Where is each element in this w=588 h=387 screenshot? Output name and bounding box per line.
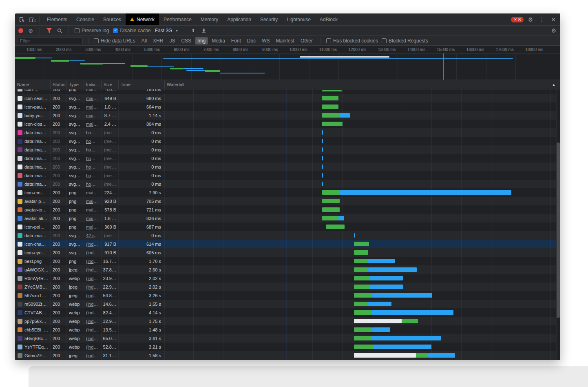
initiator-link[interactable]: (index): [86, 336, 99, 341]
initiator-link[interactable]: (index): [86, 259, 99, 264]
error-badge[interactable]: ✕ 8: [511, 17, 524, 22]
sort-ascending-icon[interactable]: ▲: [552, 83, 555, 87]
table-row[interactable]: ZYcCMB…200jpeg(index)22.9…2.02 s: [15, 282, 560, 291]
table-row[interactable]: uAWQGX…200jpeg(index)37.8…2.60 s: [15, 265, 560, 274]
table-row[interactable]: YsYTFEq_…200webp(index)52.8…3.21 s: [15, 343, 560, 351]
more-options-icon[interactable]: ⋮: [537, 15, 546, 24]
table-row[interactable]: data:ima…200svg…42.st…(me…0 ms: [15, 231, 560, 240]
filter-type-media[interactable]: Media: [209, 37, 228, 44]
initiator-link[interactable]: (index): [86, 310, 99, 315]
table-row[interactable]: data:ima…200svg…hom…(me…0 ms: [15, 128, 560, 137]
filter-type-js[interactable]: JS: [167, 37, 177, 44]
import-har-icon[interactable]: [190, 27, 197, 34]
column-header-status[interactable]: Status: [51, 80, 67, 89]
filter-type-xhr[interactable]: XHR: [150, 37, 166, 44]
initiator-link[interactable]: main…: [86, 199, 99, 204]
table-row[interactable]: icon-poi…200pngmain…360 B687 ms: [15, 222, 560, 231]
tab-sources[interactable]: Sources: [99, 13, 126, 25]
search-icon[interactable]: [56, 27, 63, 34]
table-row[interactable]: CTVFABF…200webp(index)82.4…4.14 s: [15, 308, 560, 317]
column-header-size[interactable]: Size: [102, 80, 119, 89]
table-row[interactable]: best.png200png(index)16.7…1.70 s: [15, 257, 560, 265]
table-row[interactable]: m5090Zt…200webp(index)14.6…1.55 s: [15, 300, 560, 308]
column-header-type[interactable]: Type: [67, 80, 84, 89]
table-row[interactable]: 5BvqBBc…200webp(index)65.0…3.61 s: [15, 334, 560, 343]
initiator-link[interactable]: (index): [86, 293, 99, 298]
initiator-link[interactable]: main…: [86, 216, 99, 221]
initiator-link[interactable]: main…: [86, 225, 99, 229]
initiator-link[interactable]: hom…: [86, 173, 99, 178]
network-overview[interactable]: 1000 ms2000 ms3000 ms4000 ms5000 ms6000 …: [15, 46, 560, 80]
filter-type-ws[interactable]: WS: [259, 37, 272, 44]
blocked-requests-toggle[interactable]: Blocked Requests: [382, 38, 428, 44]
tab-elements[interactable]: Elements: [42, 13, 72, 25]
table-row[interactable]: data:ima…200svg…hom…(me…0 ms: [15, 137, 560, 145]
initiator-link[interactable]: hom…: [86, 139, 99, 144]
initiator-link[interactable]: hom…: [86, 182, 99, 187]
initiator-link[interactable]: main…: [86, 113, 99, 118]
table-row[interactable]: data:ima…200svg…hom…(me…0 ms: [15, 162, 560, 171]
initiator-link[interactable]: (index): [86, 302, 99, 307]
tab-performance[interactable]: Performance: [159, 13, 196, 25]
inspect-element-icon[interactable]: [16, 15, 27, 24]
table-row[interactable]: 597sxuT_…200jpeg(index)54.8…3.26 s: [15, 291, 560, 300]
table-row[interactable]: avatar-ali…200pngmain…1.8 …836 ms: [15, 214, 560, 222]
table-row[interactable]: data:ima…200svg…hom…(me…0 ms: [15, 171, 560, 180]
filter-type-css[interactable]: CSS: [179, 37, 194, 44]
vertical-scrollbar[interactable]: [556, 89, 560, 360]
filter-type-other[interactable]: Other: [298, 37, 315, 44]
table-row[interactable]: data:ima…200svg…hom…(me…0 ms: [15, 145, 560, 154]
filter-type-all[interactable]: All: [139, 37, 149, 44]
record-button[interactable]: [18, 28, 23, 33]
filter-input[interactable]: [18, 37, 83, 44]
initiator-link[interactable]: hom…: [86, 156, 99, 161]
filter-funnel-icon[interactable]: [46, 27, 52, 34]
column-header-time[interactable]: Time: [119, 80, 165, 89]
disable-cache-checkbox[interactable]: [113, 28, 118, 33]
initiator-link[interactable]: (index): [86, 327, 99, 332]
table-row[interactable]: chb5EBi_…200webp(index)13.5…1.48 s: [15, 325, 560, 334]
table-row[interactable]: avatar-p…200pngmain…928 B705 ms: [15, 197, 560, 205]
tab-security[interactable]: Security: [256, 13, 282, 25]
table-row[interactable]: icon-pau…200svg…main…1.0 …664 ms: [15, 102, 560, 111]
tab-adblock[interactable]: AdBlock: [315, 13, 342, 25]
column-header-name[interactable]: Name: [15, 80, 51, 89]
table-row[interactable]: icon-sear…200svg…main…649 B680 ms: [15, 94, 560, 102]
initiator-link[interactable]: main…: [86, 190, 99, 195]
initiator-link[interactable]: (index): [86, 242, 99, 247]
preserve-log-checkbox[interactable]: [75, 28, 80, 33]
initiator-link[interactable]: main…: [86, 96, 99, 101]
disable-cache-toggle[interactable]: Disable cache: [113, 28, 150, 33]
table-row[interactable]: baby-yo…200svg…main…8.7 …1.14 s: [15, 111, 560, 120]
clear-icon[interactable]: ⊘: [27, 27, 34, 34]
preserve-log-toggle[interactable]: Preserve log: [75, 28, 109, 33]
hide-data-urls-toggle[interactable]: Hide data URLs: [94, 38, 135, 44]
network-settings-gear-icon[interactable]: ⚙: [550, 27, 557, 34]
initiator-link[interactable]: (index): [86, 353, 99, 358]
initiator-link[interactable]: hom…: [86, 165, 99, 169]
initiator-link[interactable]: main…: [86, 122, 99, 127]
column-header-initiator[interactable]: Initia...: [84, 80, 102, 89]
initiator-link[interactable]: main…: [86, 89, 99, 91]
initiator-link[interactable]: (index): [86, 250, 99, 255]
tab-network[interactable]: Network: [126, 13, 159, 25]
table-row[interactable]: icon-clos…200svg…main…2.4 …804 ms: [15, 120, 560, 128]
throttling-dropdown[interactable]: Fast 3G ▼: [155, 28, 179, 33]
filter-type-font[interactable]: Font: [229, 37, 243, 44]
has-blocked-cookies-checkbox[interactable]: [326, 38, 331, 43]
filter-type-manifest[interactable]: Manifest: [274, 37, 297, 44]
table-row[interactable]: icon-…200pngmain…4.0…768 ms: [15, 89, 560, 94]
export-har-icon[interactable]: [201, 27, 207, 34]
initiator-link[interactable]: (index): [86, 345, 99, 349]
device-toolbar-icon[interactable]: [27, 15, 38, 24]
table-row[interactable]: data:ima…200svg…hom…(me…0 ms: [15, 154, 560, 162]
initiator-link[interactable]: main…: [86, 207, 99, 212]
tab-memory[interactable]: Memory: [196, 13, 223, 25]
close-icon[interactable]: ✕: [549, 15, 558, 24]
tab-lighthouse[interactable]: Lighthouse: [282, 13, 315, 25]
filter-type-doc[interactable]: Doc: [245, 37, 258, 44]
initiator-link[interactable]: main…: [86, 105, 99, 109]
initiator-link[interactable]: 42.st…: [86, 233, 99, 238]
tab-application[interactable]: Application: [223, 13, 256, 25]
blocked-requests-checkbox[interactable]: [382, 38, 387, 43]
